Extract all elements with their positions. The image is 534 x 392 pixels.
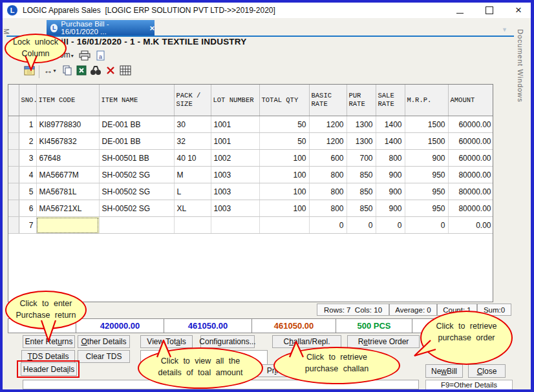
copy-button[interactable] (61, 65, 74, 76)
cell-item_name[interactable]: SH-00502 SG (99, 167, 174, 183)
cell-pur_rate[interactable]: 1300 (347, 133, 376, 150)
column-header-sale_rate[interactable]: SALE RATE (376, 85, 405, 116)
cell-item_name[interactable]: SH-00502 SG (99, 183, 174, 200)
cell-pur_rate[interactable]: 850 (347, 167, 376, 183)
cell-sale_rate[interactable]: 1400 (376, 116, 405, 133)
cell-sno[interactable]: 1 (19, 116, 36, 133)
left-dock-tab-menu[interactable]: M (3, 28, 10, 35)
column-header-total_qty[interactable]: TOTAL QTY (259, 85, 309, 116)
row-selector[interactable] (8, 133, 19, 150)
cell-amount[interactable]: 80000.00 (448, 183, 493, 200)
cell-amount[interactable]: 60000.00 (448, 116, 493, 133)
cell-pack_size[interactable]: 40 10 (174, 150, 211, 167)
column-header-item_name[interactable]: ITEM NAME (99, 85, 174, 116)
cell-mrp[interactable]: 1500 (405, 116, 448, 133)
cell-lot_number[interactable]: 1003 (211, 167, 259, 183)
cell-amount[interactable]: 60000.00 (448, 150, 493, 167)
cell-item_code[interactable]: KI89778830 (36, 116, 99, 133)
challan-repl-button[interactable]: Challan/Repl. (272, 335, 341, 348)
row-selector[interactable] (8, 167, 19, 183)
other-details-button[interactable]: Other Details (78, 335, 130, 348)
cell-amount[interactable]: 0.00 (448, 217, 493, 234)
cell-total_qty[interactable]: 50 (259, 116, 309, 133)
row-selector[interactable] (8, 116, 19, 133)
cell-sale_rate[interactable]: 800 (376, 150, 405, 167)
find-button[interactable] (89, 65, 102, 76)
cell-lot_number[interactable]: 1002 (211, 150, 259, 167)
cell-pack_size[interactable] (174, 217, 211, 234)
cell-sno[interactable]: 6 (19, 200, 36, 217)
maximize-button[interactable] (484, 5, 495, 15)
retrieve-order-button[interactable]: Retrieve Order (347, 335, 420, 348)
tab-close-icon[interactable]: × (149, 23, 155, 33)
delete-row-button[interactable] (104, 65, 117, 76)
cell-lot_number[interactable] (211, 217, 259, 234)
cell-basic_rate[interactable]: 0 (309, 217, 347, 234)
cell-total_qty[interactable]: 100 (259, 183, 309, 200)
cell-sno[interactable]: 7 (19, 217, 36, 234)
cell-mrp[interactable]: 950 (405, 200, 448, 217)
cell-basic_rate[interactable]: 800 (309, 200, 347, 217)
minimize-button[interactable] (454, 5, 465, 15)
cell-sale_rate[interactable]: 900 (376, 200, 405, 217)
cell-mrp[interactable]: 1500 (405, 133, 448, 150)
cell-pack_size[interactable]: 32 (174, 133, 211, 150)
cell-sno[interactable]: 3 (19, 150, 36, 167)
tab-purchase-bill[interactable]: L Purchase Bill - 16/01/2020 ... × (47, 20, 155, 36)
cell-amount[interactable]: 80000.00 (448, 167, 493, 183)
cell-mrp[interactable]: 900 (405, 150, 448, 167)
cell-mrp[interactable]: 0 (405, 217, 448, 234)
cell-item_name[interactable] (99, 217, 174, 234)
cell-pur_rate[interactable]: 1300 (347, 116, 376, 133)
cell-lot_number[interactable]: 1003 (211, 200, 259, 217)
column-header-item_code[interactable]: ITEM CODE (36, 85, 99, 116)
column-header-sno[interactable]: SNO. (19, 85, 36, 116)
column-header-amount[interactable]: AMOUNT (448, 85, 493, 116)
cell-mrp[interactable]: 950 (405, 167, 448, 183)
cell-pur_rate[interactable]: 850 (347, 200, 376, 217)
cell-item_name[interactable]: SH-00501 BB (99, 150, 174, 167)
column-width-button[interactable]: ↔ ▾ (41, 65, 58, 76)
cell-amount[interactable]: 60000.00 (448, 133, 493, 150)
cell-lot_number[interactable]: 1003 (211, 183, 259, 200)
row-selector[interactable] (8, 183, 19, 200)
cell-item_name[interactable]: DE-001 BB (99, 116, 174, 133)
cell-sale_rate[interactable]: 0 (376, 217, 405, 234)
row-selector[interactable] (8, 217, 19, 234)
cell-item_code[interactable]: MA56677M (36, 167, 99, 183)
cell-sno[interactable]: 2 (19, 133, 36, 150)
cell-sno[interactable]: 4 (19, 167, 36, 183)
cell-pack_size[interactable]: XL (174, 200, 211, 217)
cell-pack_size[interactable]: M (174, 167, 211, 183)
cell-lot_number[interactable]: 1001 (211, 133, 259, 150)
cell-basic_rate[interactable]: 600 (309, 150, 347, 167)
cell-pack_size[interactable]: L (174, 183, 211, 200)
right-dock-tab-document-windows[interactable]: Document Windows (517, 29, 524, 103)
cell-amount[interactable]: 80000.00 (448, 200, 493, 217)
cell-item_code[interactable]: KI4567832 (36, 133, 99, 150)
grid-corner[interactable] (8, 85, 19, 116)
cell-lot_number[interactable]: 1001 (211, 116, 259, 133)
new-bill-button[interactable]: New Bill (425, 364, 463, 378)
cell-item_code[interactable]: 67648 (36, 150, 99, 167)
export-excel-button[interactable] (75, 65, 88, 76)
tab-overflow-arrow-icon[interactable]: ▼ (502, 26, 507, 33)
cell-total_qty[interactable] (259, 217, 309, 234)
cell-mrp[interactable]: 950 (405, 183, 448, 200)
column-header-pack_size[interactable]: PACK / SIZE (174, 85, 211, 116)
cell-total_qty[interactable]: 100 (259, 167, 309, 183)
cell-pur_rate[interactable]: 0 (347, 217, 376, 234)
cell-basic_rate[interactable]: 800 (309, 183, 347, 200)
cell-pur_rate[interactable]: 850 (347, 183, 376, 200)
clear-tds-button[interactable]: Clear TDS (78, 350, 130, 363)
row-selector[interactable] (8, 150, 19, 167)
cell-total_qty[interactable]: 100 (259, 200, 309, 217)
column-header-mrp[interactable]: M.R.P. (405, 85, 448, 116)
page-setup-button[interactable]: a (94, 50, 107, 61)
cell-sale_rate[interactable]: 900 (376, 183, 405, 200)
cell-basic_rate[interactable]: 1200 (309, 116, 347, 133)
cell-item_code[interactable] (36, 217, 99, 234)
cell-item_name[interactable]: SH-00502 SG (99, 200, 174, 217)
column-header-lot_number[interactable]: LOT NUMBER (211, 85, 259, 116)
row-selector[interactable] (8, 200, 19, 217)
